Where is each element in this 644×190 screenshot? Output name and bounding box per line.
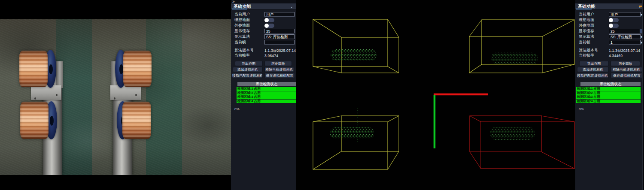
current-frame-select[interactable]: 1 <box>609 40 641 45</box>
save-virtual-camera-config-button[interactable]: 保存虚拟相机配置 <box>611 73 643 78</box>
frame-rate-label: 当前帧率 <box>579 53 609 58</box>
bin-box-top-right <box>469 20 574 73</box>
field-row-current-user: 当前用户 用户 ▾ <box>575 12 644 17</box>
history-playback-button[interactable]: 历史回放 <box>264 61 292 66</box>
export-image-button[interactable]: 导出存图 <box>579 61 609 66</box>
current-frame-label: 当前帧 <box>579 39 609 45</box>
extrinsic-ground-toggle[interactable] <box>609 24 619 28</box>
extrinsic-ground-toggle[interactable] <box>264 24 274 28</box>
mount-plate-left <box>31 85 61 100</box>
detection-zone-3-status: 检测区域:3 占用 <box>237 95 296 99</box>
panel-section-basic-functions[interactable]: 基础功能 ⌄ <box>575 3 644 9</box>
field-row-current-frame: 当前帧 1 ▾ <box>575 39 644 45</box>
point-cloud-top-right <box>492 52 538 64</box>
display-algorithm-select[interactable]: SS: 库位检测 <box>609 34 641 39</box>
camera-feed[interactable] <box>0 0 231 190</box>
panel-scrollbar[interactable] <box>642 0 644 190</box>
ideal-ground-toggle[interactable] <box>264 18 274 22</box>
field-row-display-cache: 显示缓存 25 <box>231 28 296 34</box>
display-algorithm-label: 显示算法 <box>579 34 609 39</box>
header-accent-underline <box>232 9 247 9</box>
frame-rate-value: 4.34469 <box>609 54 623 58</box>
remove-virtual-camera-button[interactable]: 移除当前虚拟相机 <box>611 67 642 72</box>
mount-plate-right <box>110 85 141 100</box>
field-row-display-cache: 显示缓存 25 <box>575 28 644 34</box>
letterbox-bottom <box>0 175 231 190</box>
point-cloud-top-left <box>331 49 377 60</box>
display-algorithm-select[interactable]: SS: 库位检测 <box>264 34 295 39</box>
frame-rate-value: 3.96474 <box>264 54 278 58</box>
control-panel-right: 基础功能 ⌄ 当前用户 用户 ▾ 理想地面 外参地面 显示缓存 25 <box>575 0 644 190</box>
field-row-display-algorithm: 显示算法 SS: 库位检测 <box>231 34 296 39</box>
detection-zone-3-status: 检测区域:3 占用 <box>576 95 641 99</box>
current-frame-input[interactable] <box>264 40 295 45</box>
remove-virtual-camera-button[interactable]: 移除当前虚拟相机 <box>264 67 295 72</box>
field-row-extrinsic-ground: 外参地面 <box>231 23 296 28</box>
add-virtual-camera-button[interactable]: 添加虚拟相机 <box>577 67 609 72</box>
current-user-label: 当前用户 <box>579 12 609 17</box>
field-row-extrinsic-ground: 外参地面 <box>575 23 644 28</box>
chevron-down-icon: ⌄ <box>290 4 293 9</box>
viewport-3d-canvas <box>296 0 575 190</box>
point-cloud-bottom-left <box>330 109 374 144</box>
ideal-ground-label: 理想地面 <box>234 17 264 23</box>
detection-zone-4-status: 检测区域:4 占用 <box>576 100 641 103</box>
history-playback-button[interactable]: 历史回放 <box>611 61 640 66</box>
current-user-select[interactable]: 用户 <box>609 12 641 17</box>
field-row-frame-rate: 当前帧率 3.96474 <box>231 53 296 58</box>
field-row-current-frame: 当前帧 <box>231 39 296 45</box>
display-cache-input[interactable]: 25 <box>609 29 643 33</box>
progress-percentage: 0% <box>579 107 644 111</box>
load-virtual-camera-config-button[interactable]: 读取已配置虚拟相机 <box>576 73 609 78</box>
control-panel-middle: » 基础功能 ⌄ 当前用户 用户 理想地面 外参地面 显示缓存 25 显示算法 … <box>231 0 296 190</box>
detection-zone-2-status: 检测区域:2 占用 <box>576 91 641 95</box>
letterbox-top <box>0 0 231 19</box>
viewport-3d[interactable] <box>296 0 575 190</box>
detection-zone-1-status: 检测区域:1 占用 <box>576 87 641 91</box>
display-cache-label: 显示缓存 <box>579 28 609 34</box>
field-row-ideal-ground: 理想地面 <box>575 17 644 23</box>
slot-detection-status-header: 库位检测状态 <box>580 82 641 86</box>
detection-zone-4-status: 检测区域:4 占用 <box>237 100 296 103</box>
progress-percentage: 0% <box>234 107 296 111</box>
current-user-label: 当前用户 <box>234 12 264 17</box>
extrinsic-ground-label: 外参地面 <box>234 23 264 28</box>
field-row-ideal-ground: 理想地面 <box>231 17 296 23</box>
copper-spool-bottom-right <box>122 102 151 139</box>
add-virtual-camera-button[interactable]: 添加虚拟相机 <box>233 67 263 72</box>
bracket-left <box>56 61 63 88</box>
field-row-display-algorithm: 显示算法 SS: 库位检测 ▾ <box>575 34 644 39</box>
panel-section-basic-functions[interactable]: 基础功能 ⌄ <box>231 3 296 9</box>
point-cloud-bottom-right <box>490 127 535 140</box>
app-window: » 基础功能 ⌄ 当前用户 用户 理想地面 外参地面 显示缓存 25 显示算法 … <box>0 0 644 190</box>
field-row-frame-rate: 当前帧率 4.34469 <box>575 53 644 58</box>
header-accent-underline <box>576 9 592 9</box>
bin-box-top-left <box>313 19 399 73</box>
camera-photo <box>0 19 231 175</box>
algorithm-version-value: 1.1.3@2025.07.14 <box>609 48 640 53</box>
detection-zone-2-status: 检测区域:2 占用 <box>237 91 296 95</box>
display-cache-input[interactable]: 25 <box>264 29 295 33</box>
bin-box-bottom-left <box>313 116 399 169</box>
ideal-ground-toggle[interactable] <box>609 18 619 22</box>
display-cache-label: 显示缓存 <box>234 28 264 34</box>
current-frame-label: 当前帧 <box>234 39 264 45</box>
field-row-algorithm-version: 算法版本号 1.1.3@2025.07.14 <box>575 48 644 53</box>
ideal-ground-label: 理想地面 <box>579 17 609 23</box>
load-virtual-camera-config-button[interactable]: 读取已配置虚拟相机 <box>232 73 263 78</box>
field-row-current-user: 当前用户 用户 <box>231 12 296 17</box>
frame-rate-label: 当前帧率 <box>234 53 264 58</box>
detection-zone-1-status: 检测区域:1 占用 <box>237 87 296 91</box>
copper-spool-bottom-left <box>20 102 49 139</box>
number-stepper[interactable] <box>639 29 642 33</box>
save-virtual-camera-config-button[interactable]: 保存虚拟相机配置 <box>264 73 295 78</box>
export-image-button[interactable]: 导出存图 <box>235 61 263 66</box>
current-user-input[interactable]: 用户 <box>264 12 295 17</box>
algorithm-version-value: 1.1.3@2025.07.14 <box>264 48 296 53</box>
slot-detection-status-header: 库位检测状态 <box>237 82 296 86</box>
extrinsic-ground-label: 外参地面 <box>579 23 609 28</box>
display-algorithm-label: 显示算法 <box>234 34 264 39</box>
bin-box-bottom-right <box>470 116 574 169</box>
copper-spool-top-right <box>123 51 152 87</box>
field-row-algorithm-version: 算法版本号 1.1.3@2025.07.14 <box>231 48 296 53</box>
